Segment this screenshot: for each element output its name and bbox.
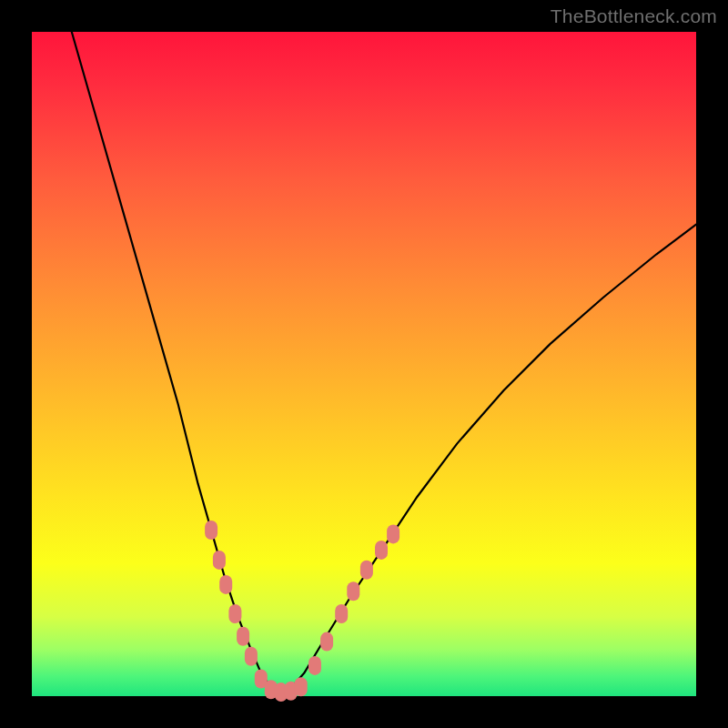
highlight-dot <box>347 581 359 601</box>
highlight-dot <box>295 677 308 696</box>
bottleneck-curve <box>72 32 696 693</box>
highlight-dot <box>245 647 258 666</box>
highlight-dot <box>375 541 388 560</box>
highlight-dot <box>320 632 333 652</box>
chart-frame: TheBottleneck.com <box>0 0 728 728</box>
highlight-dot <box>387 524 399 543</box>
highlight-dot <box>308 656 321 675</box>
highlight-dot <box>360 561 373 580</box>
highlight-dot <box>335 604 348 623</box>
highlight-dot <box>228 604 241 623</box>
highlight-dot <box>237 627 249 646</box>
watermark-text: TheBottleneck.com <box>551 5 717 27</box>
highlight-dot <box>219 575 232 594</box>
highlight-dot <box>213 551 226 570</box>
chart-overlay <box>32 32 696 696</box>
highlight-dot <box>205 521 217 540</box>
